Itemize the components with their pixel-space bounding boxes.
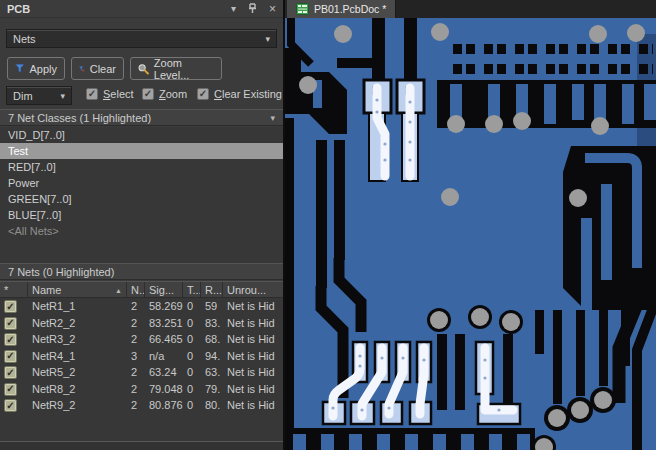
check-icon: ✓ [6, 318, 14, 328]
column-header-mark[interactable]: * [0, 282, 28, 298]
net-name: NetR2_2 [28, 317, 127, 329]
dim-dropdown[interactable]: Dim ▾ [6, 86, 72, 105]
net-routed: 83. [201, 317, 223, 329]
net-classes-header-label: 7 Net Classes (1 Highlighted) [8, 112, 151, 124]
net-signal: 80.876 [145, 399, 183, 411]
net-classes-header[interactable]: 7 Net Classes (1 Highlighted) ▾ [0, 109, 283, 126]
net-row[interactable]: ✓ NetR2_2 2 83.251 0 83. Net is Hid [0, 315, 283, 332]
net-class-label: VID_D[7..0] [8, 129, 65, 141]
nets-table-header: * Name▲ N.. Sig... T... R... Unrou... [0, 281, 283, 298]
net-class-item[interactable]: GREEN[7..0] [0, 191, 283, 207]
net-routed: 94. [201, 350, 223, 362]
panel-mode-dropdown[interactable]: Nets ▾ [6, 29, 277, 48]
nets-section-header: 7 Nets (0 Highlighted) [0, 263, 283, 280]
net-signal: 79.048 [145, 383, 183, 395]
check-icon: ✓ [6, 384, 14, 394]
zoom-level-label: Zoom Level... [154, 57, 214, 81]
chevron-down-icon: ▾ [270, 113, 275, 123]
sort-ascending-icon: ▲ [115, 287, 122, 294]
zoom-level-button[interactable]: Zoom Level... [130, 57, 222, 80]
check-icon: ✓ [199, 89, 207, 99]
net-class-item[interactable]: BLUE[7..0] [0, 207, 283, 223]
net-unrouted: Net is Hid [223, 399, 283, 411]
net-row[interactable]: ✓ NetR3_2 2 66.465 0 68. Net is Hid [0, 331, 283, 348]
select-checkbox-label: Select [103, 88, 134, 100]
net-enabled-checkbox[interactable]: ✓ [4, 350, 17, 363]
net-t: 0 [183, 383, 201, 395]
net-nodes: 3 [127, 350, 145, 362]
zoom-checkbox[interactable]: ✓ Zoom [142, 88, 187, 100]
document-tab-bar: PB01.PcbDoc * [285, 0, 656, 18]
net-enabled-checkbox[interactable]: ✓ [4, 333, 17, 346]
clear-existing-checkbox-label: Clear Existing [214, 88, 282, 100]
net-enabled-checkbox[interactable]: ✓ [4, 366, 17, 379]
checkbox-box: ✓ [197, 88, 209, 100]
clear-label: Clear [90, 63, 116, 75]
net-class-item[interactable]: RED[7..0] [0, 159, 283, 175]
column-header-t[interactable]: T... [183, 282, 201, 298]
column-header-nodes[interactable]: N.. [127, 282, 145, 298]
net-class-item-all-nets[interactable]: <All Nets> [0, 223, 283, 239]
pcb-canvas[interactable] [285, 18, 656, 450]
panel-mode-value: Nets [13, 33, 36, 45]
column-header-routed[interactable]: R... [201, 282, 223, 298]
column-header-name[interactable]: Name▲ [28, 282, 127, 298]
nets-header-label: 7 Nets (0 Highlighted) [8, 266, 114, 278]
pcb-panel: PCB ▾ × Nets ▾ Apply Clear Zoom [0, 0, 283, 450]
net-class-label: Test [8, 145, 28, 157]
net-name: NetR3_2 [28, 333, 127, 345]
column-header-signal[interactable]: Sig... [145, 282, 183, 298]
close-icon[interactable]: × [269, 4, 276, 14]
net-nodes: 2 [127, 366, 145, 378]
net-t: 0 [183, 333, 201, 345]
net-row[interactable]: ✓ NetR9_2 2 80.876 80. 0 80. Net is Hid [0, 397, 283, 414]
net-routed: 80. [201, 399, 223, 411]
net-enabled-checkbox[interactable]: ✓ [4, 399, 17, 412]
pin-icon[interactable] [248, 3, 257, 14]
net-enabled-checkbox[interactable]: ✓ [4, 383, 17, 396]
net-signal: 58.269 [145, 300, 183, 312]
net-t: 0 [183, 317, 201, 329]
net-name: NetR9_2 [28, 399, 127, 411]
net-class-item[interactable]: VID_D[7..0] [0, 127, 283, 143]
pcb-document-icon [296, 3, 309, 15]
apply-funnel-icon [15, 63, 24, 74]
check-icon: ✓ [6, 401, 14, 411]
net-class-item[interactable]: Power [0, 175, 283, 191]
net-t: 0 [183, 399, 201, 411]
check-icon: ✓ [88, 89, 96, 99]
select-checkbox[interactable]: ✓ Select [86, 88, 134, 100]
net-row[interactable]: ✓ NetR4_1 3 n/a 0 94. Net is Hid [0, 348, 283, 365]
net-unrouted: Net is Hid [223, 350, 283, 362]
net-nodes: 2 [127, 383, 145, 395]
net-t: 0 [183, 300, 201, 312]
chevron-down-icon: ▾ [60, 91, 65, 101]
panel-menu-chevron-down-icon[interactable]: ▾ [231, 4, 236, 14]
check-icon: ✓ [144, 89, 152, 99]
apply-label: Apply [29, 63, 57, 75]
net-nodes: 2 [127, 300, 145, 312]
net-class-item-selected[interactable]: Test [0, 143, 283, 159]
net-name: NetR4_1 [28, 350, 127, 362]
net-class-label: GREEN[7..0] [8, 193, 72, 205]
net-routed: 63. [201, 366, 223, 378]
net-row[interactable]: ✓ NetR1_1 2 58.269 0 59 Net is Hid [0, 298, 283, 315]
clear-button[interactable]: Clear [71, 57, 124, 80]
net-unrouted: Net is Hid [223, 333, 283, 345]
zoom-checkbox-label: Zoom [159, 88, 187, 100]
net-class-label: RED[7..0] [8, 161, 56, 173]
net-row[interactable]: ✓ NetR5_2 2 63.24 0 63. Net is Hid [0, 364, 283, 381]
clear-existing-checkbox[interactable]: ✓ Clear Existing [197, 88, 287, 100]
net-enabled-checkbox[interactable]: ✓ [4, 317, 17, 330]
nets-table: * Name▲ N.. Sig... T... R... Unrou... ✓ … [0, 281, 283, 441]
tab-pcbdoc[interactable]: PB01.PcbDoc * [287, 0, 396, 18]
chevron-down-icon: ▾ [265, 34, 270, 44]
pcb-view [285, 18, 656, 450]
net-row[interactable]: ✓ NetR8_2 2 79.048 0 79. Net is Hid [0, 381, 283, 398]
net-unrouted: Net is Hid [223, 366, 283, 378]
apply-button[interactable]: Apply [7, 57, 65, 80]
checkbox-box: ✓ [142, 88, 154, 100]
check-icon: ✓ [6, 335, 14, 345]
net-enabled-checkbox[interactable]: ✓ [4, 300, 17, 313]
column-header-unrouted[interactable]: Unrou... [223, 282, 283, 298]
